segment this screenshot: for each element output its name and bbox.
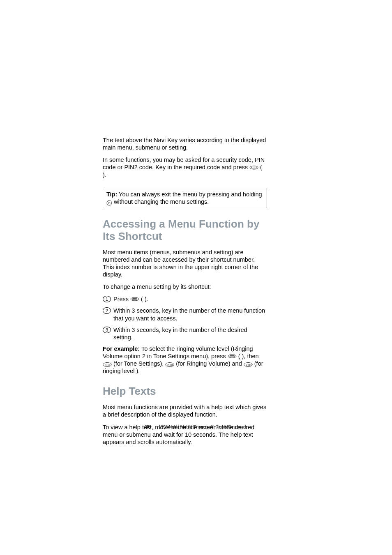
navi-key-icon xyxy=(130,297,139,301)
section-title-shortcut: Accessing a Menu Function by Its Shortcu… xyxy=(103,218,267,243)
step-number: 1 xyxy=(103,296,111,302)
footer-inner: 30 1998 Nokia Mobile Phones. All Rights … xyxy=(145,423,247,430)
step-number: 2 xyxy=(103,307,111,314)
step-1: 1 Press ( ). xyxy=(103,295,267,303)
s1-p1: Most menu items (menus, submenus and set… xyxy=(103,249,267,279)
key-8-icon: 8tuv xyxy=(103,362,112,367)
step-1-b: ( ). xyxy=(139,296,148,302)
step-3: 3 Within 3 seconds, key in the number of… xyxy=(103,326,267,341)
tip-a: You can always exit the menu by pressing… xyxy=(117,191,262,198)
step-2-text: Within 3 seconds, key in the number of t… xyxy=(113,307,267,322)
tip-b: without changing the menu settings. xyxy=(112,198,209,205)
svg-point-0 xyxy=(250,166,258,169)
svg-rect-7 xyxy=(230,356,235,357)
intro-paragraph-2: In some functions, you may be asked for … xyxy=(103,156,267,178)
key-2-icon: 2abc xyxy=(165,362,174,367)
svg-rect-1 xyxy=(251,167,256,168)
c-key-icon: C xyxy=(106,200,112,206)
svg-text:2: 2 xyxy=(167,363,169,366)
navi-key-icon xyxy=(228,354,237,358)
tip-text: Tip: You can always exit the menu by pre… xyxy=(106,191,263,205)
intro-paragraph-1: The text above the Navi Key varies accor… xyxy=(103,136,267,151)
page: The text above the Navi Key varies accor… xyxy=(0,0,392,555)
svg-point-4 xyxy=(131,297,139,301)
ex-d: (for Ringing Volume) and xyxy=(174,360,243,367)
svg-text:abc: abc xyxy=(248,364,252,366)
step-1-text: Press ( ). xyxy=(113,295,267,303)
svg-text:abc: abc xyxy=(170,364,173,366)
svg-text:8: 8 xyxy=(105,363,106,366)
intro-p2-a: In some functions, you may be asked for … xyxy=(103,157,265,170)
step-1-a: Press xyxy=(113,296,130,302)
svg-text:2: 2 xyxy=(246,363,247,366)
ex-b: ( ), then xyxy=(237,353,259,359)
s1-p2: To change a menu setting by its shortcut… xyxy=(103,283,267,290)
example-paragraph: For example: To select the ringing volum… xyxy=(103,345,267,375)
svg-rect-5 xyxy=(132,299,137,300)
page-number: 30 xyxy=(145,424,151,430)
content-column: The text above the Navi Key varies accor… xyxy=(103,136,267,451)
step-number: 3 xyxy=(103,327,111,333)
section-title-help: Help Texts xyxy=(103,385,267,398)
example-label: For example: xyxy=(103,345,140,352)
page-footer: 30 1998 Nokia Mobile Phones. All Rights … xyxy=(0,423,392,430)
ex-c: (for Tone Settings), xyxy=(112,360,165,367)
key-2-icon: 2abc xyxy=(244,362,253,367)
svg-point-6 xyxy=(228,355,236,358)
tip-label: Tip: xyxy=(106,191,117,198)
copyright-text: 1998 Nokia Mobile Phones. All Rights Res… xyxy=(159,425,247,429)
step-2: 2 Within 3 seconds, key in the number of… xyxy=(103,307,267,322)
s2-p1: Most menu functions are provided with a … xyxy=(103,403,267,418)
step-3-text: Within 3 seconds, key in the number of t… xyxy=(113,326,267,341)
svg-text:tuv: tuv xyxy=(108,364,111,366)
svg-text:C: C xyxy=(108,201,111,205)
tip-box: Tip: You can always exit the menu by pre… xyxy=(103,188,267,208)
navi-key-icon xyxy=(249,166,258,170)
